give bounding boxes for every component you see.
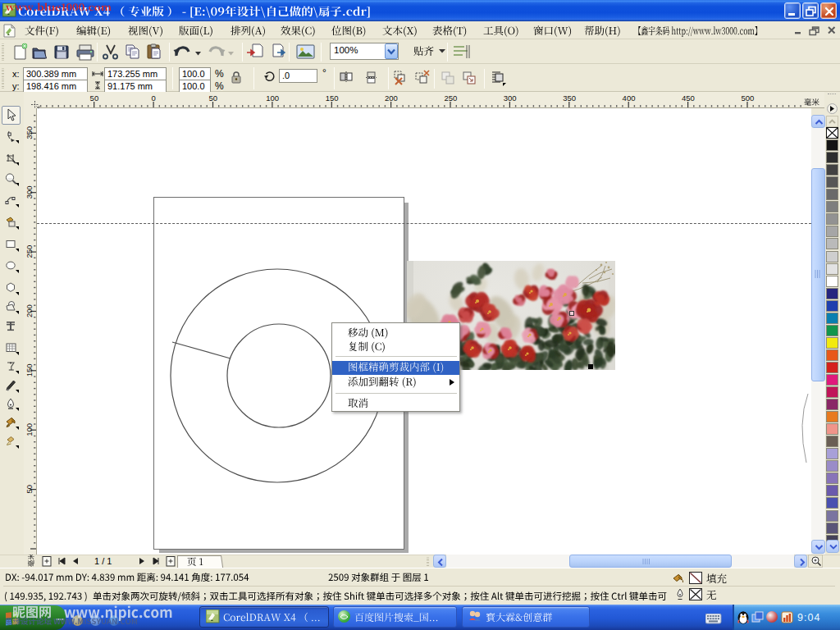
svg-text:200: 200 xyxy=(385,94,398,103)
svg-text:450: 450 xyxy=(682,94,695,103)
svg-text:300: 300 xyxy=(504,94,517,103)
svg-text:250: 250 xyxy=(25,245,34,258)
svg-text:200: 200 xyxy=(25,304,34,317)
svg-text:150: 150 xyxy=(25,363,34,377)
svg-text:100: 100 xyxy=(25,423,34,436)
svg-text:100: 100 xyxy=(266,94,279,103)
svg-text:50: 50 xyxy=(90,94,99,103)
svg-text:300: 300 xyxy=(25,185,34,199)
svg-text:150: 150 xyxy=(326,94,339,103)
svg-text:250: 250 xyxy=(444,94,457,103)
svg-text:350: 350 xyxy=(25,126,34,139)
svg-text:400: 400 xyxy=(623,94,636,103)
svg-text:50: 50 xyxy=(25,485,34,494)
svg-text:500: 500 xyxy=(741,94,754,103)
svg-text:50: 50 xyxy=(208,94,217,103)
svg-text:0: 0 xyxy=(152,94,156,103)
svg-text:350: 350 xyxy=(563,94,576,103)
